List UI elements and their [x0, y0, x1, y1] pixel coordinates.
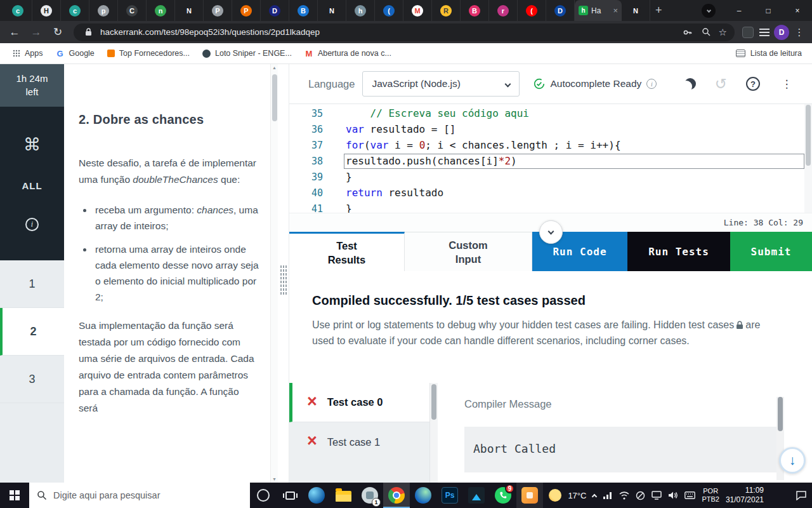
- testcase-item[interactable]: ×Test case 0: [289, 383, 438, 422]
- browser-tab[interactable]: r: [489, 0, 518, 21]
- forward-button[interactable]: →: [27, 23, 46, 41]
- code-line[interactable]: 35 // Escreva seu código aqui: [289, 105, 812, 121]
- code-line-current[interactable]: 38resultado.push(chances[i]*2): [289, 153, 812, 169]
- start-button[interactable]: [0, 483, 29, 508]
- tab-test-results[interactable]: Test Results: [289, 232, 405, 271]
- browser-tab[interactable]: P: [232, 0, 261, 21]
- browser-tab[interactable]: h: [346, 0, 375, 21]
- taskbar-search[interactable]: [29, 483, 250, 508]
- volume-icon[interactable]: [668, 491, 678, 500]
- browser-tab[interactable]: N: [622, 0, 650, 21]
- signal-icon[interactable]: [603, 491, 613, 500]
- close-window-button[interactable]: ×: [783, 0, 812, 21]
- tab-search-icon[interactable]: [702, 4, 716, 18]
- browser-tab[interactable]: n: [147, 0, 175, 21]
- testcase-scrollbar[interactable]: [429, 383, 438, 483]
- code-line[interactable]: 41}: [289, 201, 812, 213]
- scrollbar-thumb[interactable]: [431, 384, 436, 420]
- taskbar-app-chrome[interactable]: [383, 483, 410, 508]
- password-key-icon[interactable]: [681, 27, 695, 37]
- language-select[interactable]: JavaScript (Node.js): [362, 71, 520, 97]
- bookmark-star-icon[interactable]: ☆: [719, 27, 727, 38]
- display-icon[interactable]: [652, 491, 662, 500]
- browser-tab[interactable]: C: [118, 0, 147, 21]
- help-icon[interactable]: ?: [746, 77, 760, 91]
- profile-avatar[interactable]: D: [774, 25, 789, 40]
- code-line[interactable]: 37for(var i = 0; i < chances.length ; i …: [289, 137, 812, 153]
- task-view-button[interactable]: [277, 483, 303, 508]
- browser-tab[interactable]: (: [375, 0, 403, 21]
- browser-tab[interactable]: P: [204, 0, 232, 21]
- browser-tab[interactable]: B: [289, 0, 318, 21]
- browser-tab[interactable]: c: [61, 0, 89, 21]
- browser-tab-active[interactable]: hHa×: [575, 0, 622, 21]
- url-text[interactable]: hackerrank.com/test/98epoq52i3h/question…: [100, 27, 676, 37]
- bookmark-item[interactable]: MAbertura de nova c...: [299, 46, 396, 61]
- browser-tab[interactable]: N: [175, 0, 204, 21]
- maximize-button[interactable]: □: [754, 0, 783, 21]
- language-indicator[interactable]: POR PTB2: [702, 487, 719, 504]
- browser-tab[interactable]: p: [89, 0, 118, 21]
- browser-tab[interactable]: N: [318, 0, 346, 21]
- weather-icon[interactable]: [549, 489, 561, 502]
- code-line[interactable]: 36var resultado = []: [289, 121, 812, 137]
- taskbar-app-photoshop[interactable]: Ps: [436, 483, 463, 508]
- question-nav-item[interactable]: 1: [0, 260, 64, 308]
- menu-lines-icon[interactable]: [757, 29, 771, 36]
- wifi-icon[interactable]: [619, 491, 629, 500]
- testcase-item[interactable]: ×Test case 1: [289, 422, 438, 462]
- keyboard-icon[interactable]: [684, 491, 695, 499]
- new-tab-button[interactable]: +: [655, 4, 662, 17]
- history-icon[interactable]: ↺: [715, 77, 727, 91]
- bookmark-item[interactable]: GGoogle: [51, 46, 100, 61]
- browser-tab[interactable]: B: [461, 0, 489, 21]
- info-icon[interactable]: i: [25, 218, 39, 231]
- refresh-button[interactable]: ↻: [48, 23, 67, 41]
- address-bar[interactable]: hackerrank.com/test/98epoq52i3h/question…: [74, 23, 735, 41]
- code-line[interactable]: 40return resultado: [289, 185, 812, 201]
- extension-icon[interactable]: [741, 27, 755, 38]
- panel-splitter[interactable]: [278, 64, 289, 483]
- code-line[interactable]: 39}: [289, 169, 812, 185]
- bookmark-item[interactable]: Loto Sniper - ENGE...: [197, 46, 297, 60]
- question-scrollbar[interactable]: ▲ ▼: [270, 64, 278, 483]
- editor-menu-icon[interactable]: ⋮: [779, 77, 794, 91]
- tab-close-icon[interactable]: ×: [613, 6, 618, 15]
- action-center-icon[interactable]: [796, 490, 807, 500]
- reading-list-button[interactable]: Lista de leitura: [736, 49, 804, 58]
- hidden-icons-chevron[interactable]: [592, 494, 597, 499]
- scrollbar-thumb[interactable]: [778, 397, 783, 431]
- scroll-to-bottom-button[interactable]: ↓: [779, 447, 806, 474]
- tab-custom-input[interactable]: Custom Input: [405, 232, 532, 271]
- browser-tab[interactable]: (: [518, 0, 546, 21]
- code-lines[interactable]: 35 // Escreva seu código aqui36var resul…: [289, 104, 812, 213]
- scrollbar-thumb[interactable]: [806, 105, 811, 166]
- scroll-down-icon[interactable]: ▼: [272, 477, 277, 481]
- taskbar-app-notifications[interactable]: 1: [357, 483, 383, 508]
- bookmark-item[interactable]: Apps: [8, 46, 48, 60]
- dark-mode-icon[interactable]: [684, 78, 696, 90]
- cortana-button[interactable]: [250, 483, 277, 508]
- keyboard-shortcuts-icon[interactable]: ⌘: [23, 137, 41, 154]
- taskbar-app-edge[interactable]: [303, 483, 330, 508]
- minimize-button[interactable]: –: [724, 0, 754, 21]
- browser-tab[interactable]: c: [4, 0, 32, 21]
- taskbar-app-whatsapp[interactable]: 9: [490, 483, 516, 508]
- taskbar-app-orange[interactable]: [516, 483, 543, 508]
- browser-tab[interactable]: M: [403, 0, 432, 21]
- browser-menu-icon[interactable]: ⋮: [792, 27, 807, 38]
- question-nav-item[interactable]: 3: [0, 356, 64, 403]
- info-icon[interactable]: i: [646, 79, 657, 89]
- browser-tab[interactable]: D: [546, 0, 575, 21]
- splitter-grip[interactable]: [280, 265, 287, 295]
- bookmark-item[interactable]: Top Fornecedores...: [102, 46, 195, 60]
- sidebar-all-button[interactable]: ALL: [22, 180, 42, 191]
- collapse-panel-button[interactable]: [539, 220, 563, 244]
- temperature[interactable]: 17°C: [568, 491, 586, 500]
- ink-disabled-icon[interactable]: [636, 491, 645, 500]
- browser-tab[interactable]: H: [32, 0, 61, 21]
- zoom-icon[interactable]: [700, 27, 714, 37]
- editor-scrollbar[interactable]: [804, 104, 812, 213]
- browser-tab[interactable]: D: [261, 0, 289, 21]
- submit-button[interactable]: Submit: [730, 232, 812, 271]
